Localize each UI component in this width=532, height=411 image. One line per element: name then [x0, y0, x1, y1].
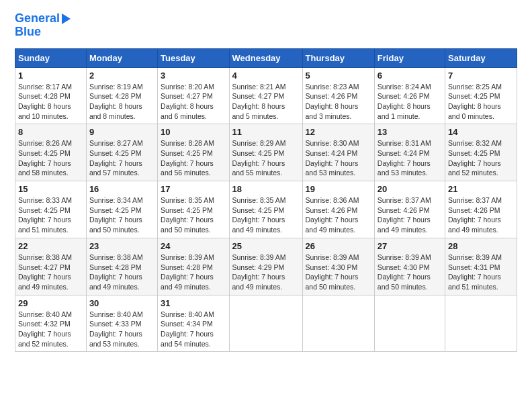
- calendar-cell: 27Sunrise: 8:39 AMSunset: 4:30 PMDayligh…: [374, 238, 445, 295]
- calendar-cell: 23Sunrise: 8:38 AMSunset: 4:28 PMDayligh…: [86, 238, 157, 295]
- calendar-cell: 7Sunrise: 8:25 AMSunset: 4:25 PMDaylight…: [445, 67, 517, 124]
- day-detail: Sunrise: 8:35 AMSunset: 4:25 PMDaylight:…: [232, 195, 300, 235]
- page: General Blue SundayMondayTuesdayWednesda…: [0, 0, 532, 359]
- day-detail: Sunrise: 8:23 AMSunset: 4:26 PMDaylight:…: [306, 82, 371, 122]
- calendar-cell: 2Sunrise: 8:19 AMSunset: 4:28 PMDaylight…: [86, 67, 157, 124]
- day-detail: Sunrise: 8:39 AMSunset: 4:29 PMDaylight:…: [232, 253, 300, 292]
- col-header-friday: Friday: [374, 48, 445, 67]
- day-detail: Sunrise: 8:38 AMSunset: 4:28 PMDaylight:…: [89, 253, 154, 292]
- day-detail: Sunrise: 8:24 AMSunset: 4:26 PMDaylight:…: [378, 82, 442, 122]
- day-number: 9: [89, 127, 154, 137]
- day-detail: Sunrise: 8:33 AMSunset: 4:25 PMDaylight:…: [18, 195, 83, 235]
- calendar-cell: 31Sunrise: 8:40 AMSunset: 4:34 PMDayligh…: [158, 295, 229, 352]
- day-number: 12: [306, 127, 371, 137]
- week-row-4: 22Sunrise: 8:38 AMSunset: 4:27 PMDayligh…: [15, 238, 517, 295]
- day-detail: Sunrise: 8:39 AMSunset: 4:30 PMDaylight:…: [378, 253, 442, 292]
- calendar-cell: 17Sunrise: 8:35 AMSunset: 4:25 PMDayligh…: [158, 181, 229, 238]
- day-detail: Sunrise: 8:39 AMSunset: 4:28 PMDaylight:…: [161, 253, 226, 292]
- day-detail: Sunrise: 8:40 AMSunset: 4:32 PMDaylight:…: [18, 310, 83, 349]
- day-detail: Sunrise: 8:26 AMSunset: 4:25 PMDaylight:…: [18, 138, 83, 178]
- day-detail: Sunrise: 8:36 AMSunset: 4:26 PMDaylight:…: [306, 195, 371, 235]
- calendar-cell: 11Sunrise: 8:29 AMSunset: 4:25 PMDayligh…: [229, 124, 302, 181]
- day-detail: Sunrise: 8:20 AMSunset: 4:27 PMDaylight:…: [161, 82, 226, 122]
- day-number: 3: [161, 71, 226, 81]
- calendar-cell: 15Sunrise: 8:33 AMSunset: 4:25 PMDayligh…: [15, 181, 87, 238]
- calendar-cell: 28Sunrise: 8:39 AMSunset: 4:31 PMDayligh…: [445, 238, 517, 295]
- calendar-cell: 10Sunrise: 8:28 AMSunset: 4:25 PMDayligh…: [158, 124, 229, 181]
- week-row-3: 15Sunrise: 8:33 AMSunset: 4:25 PMDayligh…: [15, 181, 517, 238]
- day-detail: Sunrise: 8:30 AMSunset: 4:24 PMDaylight:…: [306, 138, 371, 178]
- day-detail: Sunrise: 8:37 AMSunset: 4:26 PMDaylight:…: [378, 195, 442, 235]
- day-number: 6: [378, 71, 442, 81]
- day-detail: Sunrise: 8:38 AMSunset: 4:27 PMDaylight:…: [18, 253, 83, 292]
- day-detail: Sunrise: 8:40 AMSunset: 4:34 PMDaylight:…: [161, 310, 226, 349]
- day-number: 27: [378, 241, 442, 251]
- day-detail: Sunrise: 8:29 AMSunset: 4:25 PMDaylight:…: [232, 138, 300, 178]
- col-header-thursday: Thursday: [302, 48, 374, 67]
- logo-text-blue: Blue: [15, 26, 71, 39]
- col-header-wednesday: Wednesday: [229, 48, 302, 67]
- calendar-cell: 22Sunrise: 8:38 AMSunset: 4:27 PMDayligh…: [15, 238, 87, 295]
- day-detail: Sunrise: 8:27 AMSunset: 4:25 PMDaylight:…: [89, 138, 154, 178]
- day-number: 1: [18, 71, 83, 81]
- calendar-cell: 19Sunrise: 8:36 AMSunset: 4:26 PMDayligh…: [302, 181, 374, 238]
- calendar-cell: 29Sunrise: 8:40 AMSunset: 4:32 PMDayligh…: [15, 295, 87, 352]
- day-detail: Sunrise: 8:19 AMSunset: 4:28 PMDaylight:…: [89, 82, 154, 122]
- day-number: 29: [18, 298, 83, 308]
- calendar-cell: 30Sunrise: 8:40 AMSunset: 4:33 PMDayligh…: [86, 295, 157, 352]
- calendar-cell: [374, 295, 445, 352]
- calendar-table: SundayMondayTuesdayWednesdayThursdayFrid…: [15, 48, 517, 353]
- calendar-cell: 20Sunrise: 8:37 AMSunset: 4:26 PMDayligh…: [374, 181, 445, 238]
- day-detail: Sunrise: 8:35 AMSunset: 4:25 PMDaylight:…: [161, 195, 226, 235]
- day-number: 28: [448, 241, 514, 251]
- calendar-cell: 5Sunrise: 8:23 AMSunset: 4:26 PMDaylight…: [302, 67, 374, 124]
- header-row: SundayMondayTuesdayWednesdayThursdayFrid…: [15, 48, 517, 67]
- logo: General Blue: [15, 12, 71, 39]
- day-number: 30: [89, 298, 154, 308]
- calendar-cell: 12Sunrise: 8:30 AMSunset: 4:24 PMDayligh…: [302, 124, 374, 181]
- col-header-tuesday: Tuesday: [158, 48, 229, 67]
- day-detail: Sunrise: 8:17 AMSunset: 4:28 PMDaylight:…: [18, 82, 83, 122]
- week-row-5: 29Sunrise: 8:40 AMSunset: 4:32 PMDayligh…: [15, 295, 517, 352]
- calendar-cell: 3Sunrise: 8:20 AMSunset: 4:27 PMDaylight…: [158, 67, 229, 124]
- col-header-sunday: Sunday: [15, 48, 87, 67]
- calendar-cell: [229, 295, 302, 352]
- day-number: 10: [161, 127, 226, 137]
- day-detail: Sunrise: 8:31 AMSunset: 4:24 PMDaylight:…: [378, 138, 442, 178]
- day-number: 15: [18, 184, 83, 194]
- day-number: 19: [306, 184, 371, 194]
- day-number: 14: [448, 127, 514, 137]
- calendar-cell: 9Sunrise: 8:27 AMSunset: 4:25 PMDaylight…: [86, 124, 157, 181]
- day-number: 25: [232, 241, 300, 251]
- day-number: 24: [161, 241, 226, 251]
- calendar-cell: 1Sunrise: 8:17 AMSunset: 4:28 PMDaylight…: [15, 67, 87, 124]
- day-detail: Sunrise: 8:40 AMSunset: 4:33 PMDaylight:…: [89, 310, 154, 349]
- day-detail: Sunrise: 8:39 AMSunset: 4:30 PMDaylight:…: [306, 253, 371, 292]
- day-number: 17: [161, 184, 226, 194]
- calendar-cell: [302, 295, 374, 352]
- day-number: 22: [18, 241, 83, 251]
- calendar-cell: 4Sunrise: 8:21 AMSunset: 4:27 PMDaylight…: [229, 67, 302, 124]
- col-header-monday: Monday: [86, 48, 157, 67]
- calendar-cell: 8Sunrise: 8:26 AMSunset: 4:25 PMDaylight…: [15, 124, 87, 181]
- day-detail: Sunrise: 8:32 AMSunset: 4:25 PMDaylight:…: [448, 138, 514, 178]
- day-number: 23: [89, 241, 154, 251]
- calendar-cell: 6Sunrise: 8:24 AMSunset: 4:26 PMDaylight…: [374, 67, 445, 124]
- day-number: 16: [89, 184, 154, 194]
- day-number: 18: [232, 184, 300, 194]
- calendar-cell: [445, 295, 517, 352]
- day-number: 20: [378, 184, 442, 194]
- day-detail: Sunrise: 8:34 AMSunset: 4:25 PMDaylight:…: [89, 195, 154, 235]
- calendar-cell: 26Sunrise: 8:39 AMSunset: 4:30 PMDayligh…: [302, 238, 374, 295]
- calendar-cell: 25Sunrise: 8:39 AMSunset: 4:29 PMDayligh…: [229, 238, 302, 295]
- day-number: 5: [306, 71, 371, 81]
- day-detail: Sunrise: 8:39 AMSunset: 4:31 PMDaylight:…: [448, 253, 514, 292]
- day-detail: Sunrise: 8:25 AMSunset: 4:25 PMDaylight:…: [448, 82, 514, 122]
- day-detail: Sunrise: 8:28 AMSunset: 4:25 PMDaylight:…: [161, 138, 226, 178]
- header: General Blue: [15, 12, 517, 39]
- col-header-saturday: Saturday: [445, 48, 517, 67]
- day-detail: Sunrise: 8:37 AMSunset: 4:26 PMDaylight:…: [448, 195, 514, 235]
- day-number: 4: [232, 71, 300, 81]
- day-number: 8: [18, 127, 83, 137]
- calendar-cell: 18Sunrise: 8:35 AMSunset: 4:25 PMDayligh…: [229, 181, 302, 238]
